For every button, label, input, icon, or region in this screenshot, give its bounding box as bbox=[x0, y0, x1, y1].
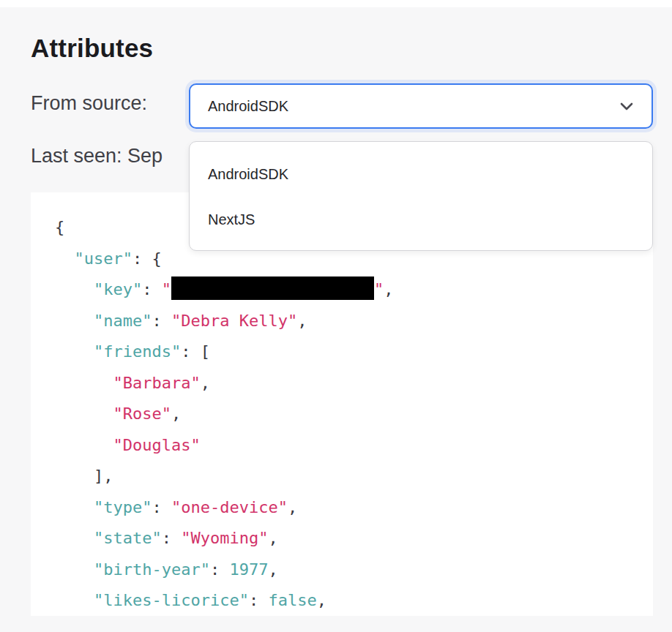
code-line: "birth-year": 1977, bbox=[55, 554, 653, 586]
top-white-strip bbox=[0, 0, 672, 7]
from-source-label: From source: bbox=[31, 92, 147, 115]
json-attributes-panel: { "user": { "key": "", "name": "Debra Ke… bbox=[31, 192, 653, 616]
source-dropdown-menu: AndroidSDKNextJS bbox=[189, 141, 653, 251]
code-line: ], bbox=[55, 461, 653, 492]
code-line: "likes-licorice": false, bbox=[55, 585, 653, 616]
code-line: "friends": [ bbox=[55, 336, 653, 368]
page-title: Attributes bbox=[31, 34, 153, 63]
code-line: "name": "Debra Kelly", bbox=[55, 306, 653, 337]
chevron-down-icon bbox=[618, 97, 635, 115]
code-line: "Barbara", bbox=[55, 368, 653, 399]
code-line: "type": "one-device", bbox=[55, 492, 653, 524]
redacted-value bbox=[171, 276, 374, 300]
code-line: "key": "", bbox=[55, 274, 653, 306]
code-line: "Rose", bbox=[55, 399, 653, 430]
code-line: "Douglas" bbox=[55, 430, 653, 462]
json-code: { "user": { "key": "", "name": "Debra Ke… bbox=[55, 212, 653, 616]
code-line: "state": "Wyoming", bbox=[55, 523, 653, 554]
source-select[interactable]: AndroidSDK bbox=[189, 83, 653, 129]
menu-option-nextjs[interactable]: NextJS bbox=[190, 197, 652, 242]
last-seen-text: Last seen: Sep bbox=[31, 145, 163, 168]
menu-option-androidsdk[interactable]: AndroidSDK bbox=[190, 151, 652, 197]
source-select-value: AndroidSDK bbox=[208, 98, 288, 115]
